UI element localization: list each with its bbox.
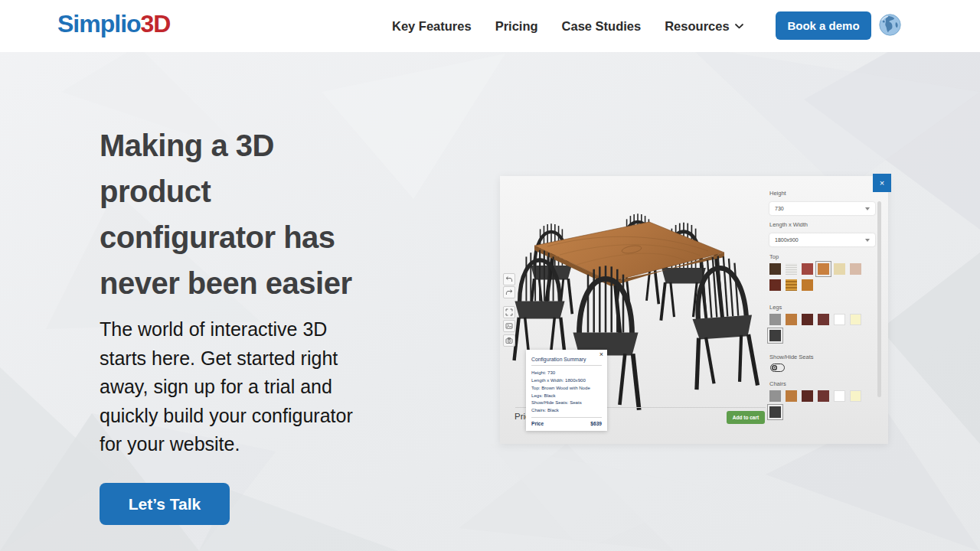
site-header: Simplio3D Key Features Pricing Case Stud… [0,0,980,52]
show-hide-seats-label: Show/Hide Seats [769,354,814,360]
page-title-line: product [100,168,390,214]
screenshot-icon[interactable] [503,334,515,347]
configurator-close-button[interactable]: × [873,174,891,192]
hero-description-line: The world of interactive 3D [100,315,406,344]
nav-key-features[interactable]: Key Features [392,19,472,34]
scrollbar[interactable] [877,201,881,397]
color-swatch[interactable] [850,263,861,275]
redo-icon[interactable] [503,286,515,298]
chevron-down-icon [735,24,743,29]
summary-row: Length x Width: 1800x900 [531,377,602,384]
color-swatch[interactable] [769,330,781,341]
options-panel: Height 730 Length x Width 1800x900 Top L… [769,176,881,444]
add-to-cart-button[interactable]: Add to cart [727,411,765,424]
size-value: 1800x900 [775,237,799,243]
nav-case-studies[interactable]: Case Studies [562,19,642,34]
main-nav: Key Features Pricing Case Studies Resour… [392,0,743,52]
chairs-label: Chairs [769,380,786,387]
legs-swatch-grid [769,314,867,341]
color-swatch[interactable] [834,263,845,275]
configuration-summary-popup: × Configuration Summary Height: 730Lengt… [526,350,607,431]
color-swatch[interactable] [802,263,813,275]
summary-row: Top: Brown Wood with Node [531,384,602,392]
logo[interactable]: Simplio3D [57,10,170,38]
page-title: Making a 3Dproductconfigurator hasnever … [100,122,390,306]
logo-text-red: 3D [141,10,171,37]
legs-label: Legs [769,304,782,311]
lets-talk-button[interactable]: Let’s Talk [100,483,230,525]
summary-rows: Height: 730Length x Width: 1800x900Top: … [531,369,602,414]
page-title-line: configurator has [100,214,390,260]
book-demo-button[interactable]: Book a demo [776,11,871,40]
hero-description: The world of interactive 3Dstarts here. … [100,315,406,459]
chevron-down-icon [865,239,870,242]
color-swatch[interactable] [850,314,861,325]
color-swatch[interactable] [786,263,797,275]
color-swatch[interactable] [818,390,829,402]
hero-description-line: away, sign up for a trial and [100,373,406,402]
nav-resources[interactable]: Resources [665,19,743,34]
viewer-toolbar [503,273,515,347]
color-swatch[interactable] [818,314,829,325]
logo-text-blue: Simplio [57,10,141,37]
nav-resources-label: Resources [665,19,729,34]
show-hide-seats-toggle[interactable] [770,364,785,372]
color-swatch[interactable] [769,406,781,418]
color-swatch[interactable] [802,279,813,291]
summary-title: Configuration Summary [531,357,602,362]
color-swatch[interactable] [818,263,829,275]
globe-icon-graphic [879,14,901,36]
color-swatch[interactable] [786,279,797,291]
color-swatch[interactable] [769,390,781,402]
summary-row: Height: 730 [531,369,602,377]
undo-icon[interactable] [503,273,515,285]
close-icon[interactable]: × [599,351,603,358]
height-label: Height [769,190,786,197]
page-title-line: Making a 3D [100,122,390,168]
color-swatch[interactable] [786,314,797,325]
nav-pricing[interactable]: Pricing [495,19,538,34]
summary-price-row: Price $639 [531,421,602,426]
size-dropdown[interactable]: 1800x900 [769,233,875,246]
configurator-screenshot: × [500,176,888,444]
summary-row: Legs: Black [531,392,602,399]
color-swatch[interactable] [769,314,781,325]
chevron-down-icon [865,207,870,210]
summary-row: Show/Hide Seats: Seats [531,399,602,406]
hero-description-line: for your website. [100,430,406,459]
globe-icon[interactable] [879,14,901,36]
chairs-swatch-grid [769,390,867,418]
color-swatch[interactable] [834,390,845,402]
summary-price-label: Price [531,421,544,426]
color-swatch[interactable] [786,390,797,402]
summary-price-value: $639 [590,421,602,426]
top-label: Top [769,253,779,260]
page-title-line: never been easier [100,260,390,306]
hero-description-line: starts here. Get started right [100,344,406,373]
color-swatch[interactable] [802,390,813,402]
color-swatch[interactable] [802,314,813,325]
summary-row: Chairs: Black [531,406,602,414]
height-value: 730 [775,206,784,211]
height-dropdown[interactable]: 730 [769,202,875,215]
fullscreen-icon[interactable] [503,306,515,318]
size-label: Length x Width [769,221,808,228]
toggle-knob [772,365,777,370]
hero-description-line: quickly build your configurator [100,402,406,431]
close-icon: × [880,179,884,187]
divider [531,365,602,366]
divider [531,417,602,418]
color-swatch[interactable] [834,314,845,325]
color-swatch[interactable] [850,390,861,402]
color-swatch[interactable] [769,263,781,275]
color-swatch[interactable] [769,279,781,291]
image-icon[interactable] [503,320,515,332]
top-swatch-grid [769,263,867,291]
